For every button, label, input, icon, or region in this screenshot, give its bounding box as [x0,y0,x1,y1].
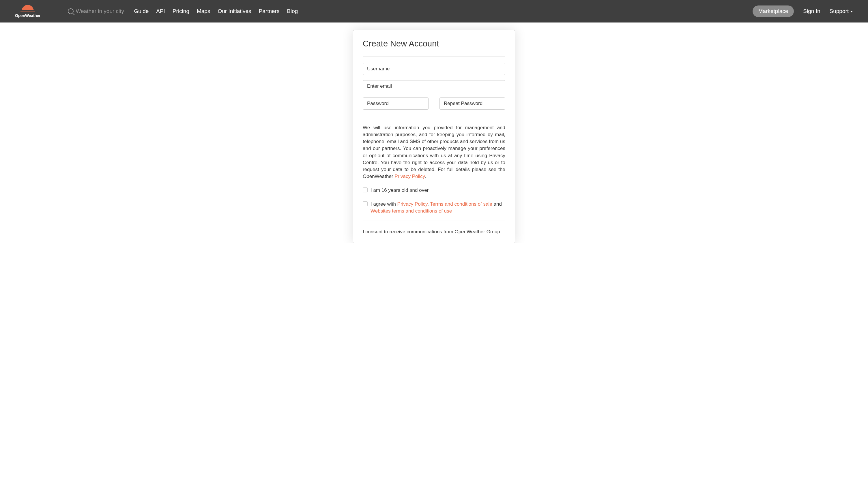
password-repeat-field[interactable] [439,97,505,109]
email-field[interactable] [363,80,505,92]
signup-card: Create New Account We will use informati… [353,30,515,243]
nav-marketplace[interactable]: Marketplace [752,5,794,17]
support-dropdown[interactable]: Support [829,8,853,14]
nav-api[interactable]: API [156,8,165,14]
password-field[interactable] [363,97,429,109]
divider [363,221,505,221]
terms-sale-link[interactable]: Terms and conditions of sale [430,201,492,207]
age-row: I am 16 years old and over [363,187,505,194]
brand-logo[interactable]: OpenWeather [15,5,41,18]
nav: Guide API Pricing Maps Our Initiatives P… [134,8,298,14]
search-input[interactable] [76,8,125,14]
divider [363,116,505,116]
search-wrap [68,8,125,14]
support-label: Support [829,8,849,14]
nav-pricing[interactable]: Pricing [173,8,189,14]
privacy-policy-link[interactable]: Privacy Policy [395,174,425,179]
info-period: . [425,174,426,179]
divider [363,56,505,57]
page-title: Create New Account [363,39,505,48]
agree-label: I agree with Privacy Policy, Terms and c… [371,201,505,215]
age-checkbox[interactable] [363,188,368,192]
password-row [363,97,505,109]
nav-initiatives[interactable]: Our Initiatives [218,8,251,14]
username-field[interactable] [363,63,505,75]
header: OpenWeather Guide API Pricing Maps Our I… [0,0,868,23]
privacy-policy-link-2[interactable]: Privacy Policy [397,201,428,207]
nav-right: Marketplace Sign In Support [752,5,853,17]
sun-icon [22,5,34,11]
brand-name: OpenWeather [15,13,41,18]
nav-maps[interactable]: Maps [197,8,210,14]
terms-use-link[interactable]: Websites terms and conditions of use [371,208,452,214]
consent-text: I consent to receive communications from… [363,229,505,235]
nav-guide[interactable]: Guide [134,8,149,14]
nav-blog[interactable]: Blog [287,8,298,14]
info-text: We will use information you provided for… [363,124,505,180]
info-body: We will use information you provided for… [363,125,505,179]
nav-partners[interactable]: Partners [259,8,280,14]
agree-checkbox[interactable] [363,201,368,206]
age-label: I am 16 years old and over [371,187,429,194]
agree-row: I agree with Privacy Policy, Terms and c… [363,201,505,215]
signin-link[interactable]: Sign In [803,8,820,14]
search-icon [68,8,73,14]
chevron-down-icon [850,11,853,12]
